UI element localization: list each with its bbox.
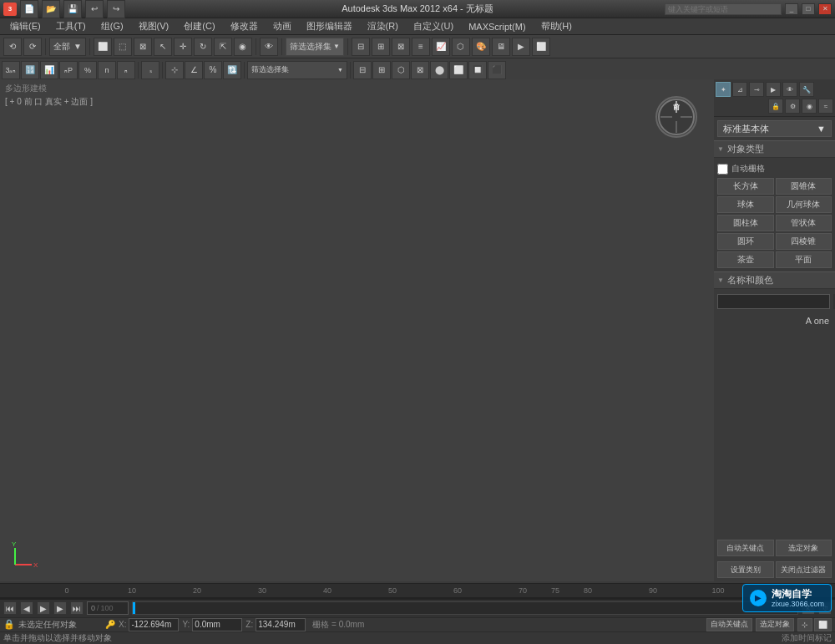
undo-btn[interactable]: ⟲ xyxy=(3,38,22,56)
align3-btn[interactable]: ⊞ xyxy=(372,61,391,79)
t2-btn-misc5[interactable]: 🔲 xyxy=(468,61,487,79)
status-icon1-btn[interactable]: ⊹ xyxy=(797,618,812,631)
snap-angle-btn[interactable]: ∠ xyxy=(185,61,203,79)
menu-tools[interactable]: 工具(T) xyxy=(49,18,93,34)
next-frame-btn[interactable]: ⏭ xyxy=(70,601,84,615)
obj-btn-cone[interactable]: 圆锥体 xyxy=(776,178,832,195)
t2-btn7[interactable]: ₙ xyxy=(117,61,135,79)
panel-type-dropdown[interactable]: 标准基本体 ▼ xyxy=(717,120,832,137)
obj-btn-sphere[interactable]: 球体 xyxy=(717,196,774,213)
panel-eye2-icon[interactable]: ◉ xyxy=(802,99,817,114)
snap-3d-btn[interactable]: ⊹ xyxy=(165,61,184,79)
panel-lock-icon[interactable]: 🔒 xyxy=(768,99,783,114)
next-key-btn[interactable]: ▶ xyxy=(53,601,67,615)
auto-key-status-btn[interactable]: 自动关键点 xyxy=(706,618,752,631)
render-type-btn[interactable]: ⬜ xyxy=(532,38,550,56)
name-select-filter[interactable]: 筛选选择集 ▼ xyxy=(286,38,344,56)
play-btn[interactable]: ▶ xyxy=(37,601,50,615)
panel-icon-hierarchy[interactable]: ⊸ xyxy=(749,82,764,97)
window-cross-btn[interactable]: ⊠ xyxy=(134,38,152,56)
align-btn[interactable]: ⊞ xyxy=(372,38,390,56)
t2-btn1[interactable]: 3ₐₙ xyxy=(2,61,20,79)
named-selection-set[interactable]: 筛选选择集 ▼ xyxy=(247,61,347,79)
menu-render[interactable]: 渲染(R) xyxy=(361,18,405,34)
t2-btn2[interactable]: 🔢 xyxy=(21,61,39,79)
undo-title-btn[interactable]: ↩ xyxy=(85,0,104,18)
t2-btn6[interactable]: n xyxy=(98,61,116,79)
set-category-btn[interactable]: 设置类别 xyxy=(717,561,774,578)
panel-wave-icon[interactable]: ≈ xyxy=(818,99,833,114)
object-name-input[interactable] xyxy=(717,294,830,309)
redo-title-btn[interactable]: ↪ xyxy=(107,0,125,18)
panel-settings-icon[interactable]: ⚙ xyxy=(785,99,800,114)
auto-grid-check[interactable] xyxy=(717,164,728,175)
obj-btn-teapot[interactable]: 茶壶 xyxy=(717,251,774,268)
open-btn[interactable]: 📂 xyxy=(42,0,60,18)
obj-type-section-header[interactable]: ▼ 对象类型 xyxy=(714,140,835,158)
panel-icon-motion[interactable]: ▶ xyxy=(766,82,781,97)
menu-create[interactable]: 创建(C) xyxy=(177,18,221,34)
save-btn[interactable]: 💾 xyxy=(63,0,82,18)
menu-help[interactable]: 帮助(H) xyxy=(534,18,579,34)
lock-status-icon[interactable]: 🔒 xyxy=(3,619,15,631)
obj-btn-box[interactable]: 长方体 xyxy=(717,178,774,195)
panel-icon-create[interactable]: ✦ xyxy=(716,82,731,97)
add-bookmark-text[interactable]: 添加时间标记 xyxy=(782,632,832,644)
t2-btn-misc3[interactable]: ⬤ xyxy=(430,61,448,79)
selected-obj-status-btn[interactable]: 选定对象 xyxy=(756,618,794,631)
auto-grid-checkbox[interactable]: 自动栅格 xyxy=(717,161,832,176)
menu-view[interactable]: 视图(V) xyxy=(132,18,176,34)
layer-btn[interactable]: ≡ xyxy=(412,38,430,56)
render-btn[interactable]: ▶ xyxy=(512,38,530,56)
move-btn[interactable]: ✛ xyxy=(174,38,192,56)
new-btn[interactable]: 📄 xyxy=(20,0,38,18)
select-region-btn[interactable]: ⬚ xyxy=(114,38,132,56)
t2-btn3[interactable]: 📊 xyxy=(40,61,58,79)
t2-btn-misc4[interactable]: ⬜ xyxy=(449,61,468,79)
redo-btn[interactable]: ⟳ xyxy=(23,38,42,56)
t2-btn5[interactable]: % xyxy=(78,61,97,79)
obj-btn-plane[interactable]: 平面 xyxy=(776,251,832,268)
menu-group[interactable]: 组(G) xyxy=(94,18,130,34)
select-btn[interactable]: ↖ xyxy=(154,38,172,56)
menu-graph-editor[interactable]: 图形编辑器 xyxy=(300,18,359,34)
x-coord-input[interactable] xyxy=(129,618,179,631)
selected-obj-btn[interactable]: 选定对象 xyxy=(776,540,832,556)
ref-coord-btn[interactable]: ◉ xyxy=(234,38,252,56)
search-input[interactable] xyxy=(668,5,778,13)
time-slider[interactable] xyxy=(132,601,798,615)
panel-icon-display[interactable]: 👁 xyxy=(782,82,797,97)
snap-percent-btn[interactable]: % xyxy=(204,61,222,79)
viewport-area[interactable]: 多边形建模 [ + 0 前 口 真实 + 边面 ] 前 xyxy=(0,79,714,581)
render-setup-btn[interactable]: 🖥 xyxy=(492,38,510,56)
panel-icon-modify[interactable]: ⊿ xyxy=(732,82,747,97)
menu-maxscript[interactable]: MAXScript(M) xyxy=(462,20,532,33)
mirror2-btn[interactable]: ⊟ xyxy=(353,61,372,79)
obj-btn-pyramid[interactable]: 四棱锥 xyxy=(776,233,832,250)
close-filter-btn[interactable]: 关闭点过滤器 xyxy=(776,561,832,578)
t2-btn4[interactable]: ₙP xyxy=(59,61,78,79)
obj-btn-cylinder[interactable]: 圆柱体 xyxy=(717,215,774,231)
t2-btn-misc1[interactable]: ⬡ xyxy=(392,61,410,79)
obj-btn-tube[interactable]: 管状体 xyxy=(776,215,832,231)
t2-btn-misc2[interactable]: ⊠ xyxy=(411,61,429,79)
y-coord-input[interactable] xyxy=(192,618,242,631)
prev-frame-btn[interactable]: ⏮ xyxy=(3,601,17,615)
t2-btn8[interactable]: ₛ xyxy=(141,61,159,79)
menu-edit[interactable]: 编辑(E) xyxy=(3,18,48,34)
close-btn[interactable]: ✕ xyxy=(818,3,832,15)
material-btn[interactable]: 🎨 xyxy=(472,38,490,56)
select-filter-dropdown[interactable]: 全部 ▼ xyxy=(49,38,86,56)
menu-customize[interactable]: 自定义(U) xyxy=(407,18,460,34)
minimize-btn[interactable]: _ xyxy=(785,3,798,15)
z-coord-input[interactable] xyxy=(256,618,306,631)
prev-key-btn[interactable]: ◀ xyxy=(20,601,33,615)
t2-btn-misc6[interactable]: ⬛ xyxy=(488,61,506,79)
obj-btn-geosphere[interactable]: 几何球体 xyxy=(776,196,832,213)
auto-key-btn[interactable]: 自动关键点 xyxy=(717,540,774,556)
snap-spinner-btn[interactable]: 🔃 xyxy=(223,61,241,79)
curve-btn[interactable]: 📈 xyxy=(432,38,450,56)
rotate-btn[interactable]: ↻ xyxy=(194,38,212,56)
panel-icon-utility[interactable]: 🔧 xyxy=(799,82,814,97)
name-color-section-header[interactable]: ▼ 名称和颜色 xyxy=(714,271,835,289)
